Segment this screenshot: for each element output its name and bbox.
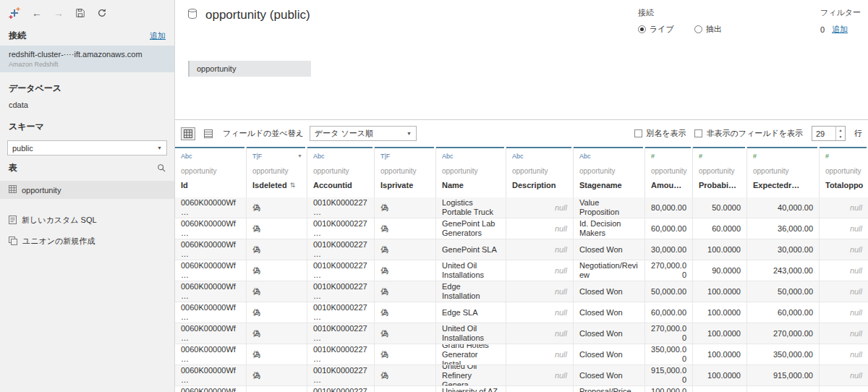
- cell-probabi[interactable]: 90.0000: [693, 260, 747, 281]
- cell-stagename[interactable]: Closed Won: [574, 344, 645, 365]
- cell-isprivate[interactable]: 偽: [375, 260, 436, 281]
- cell-amou[interactable]: 270,000.00: [645, 260, 693, 281]
- add-connection-link[interactable]: 追加: [150, 30, 166, 41]
- cell-amou[interactable]: 60,000.00: [645, 302, 693, 323]
- list-view-button[interactable]: [201, 127, 216, 140]
- column-header-probabi[interactable]: #opportunityProbabi…: [693, 147, 747, 197]
- sort-icon[interactable]: ⇅: [290, 182, 296, 189]
- cell-isprivate[interactable]: 偽: [375, 281, 436, 302]
- cell-accountid[interactable]: 0010K0000227…: [307, 302, 375, 323]
- metadata-grid-view-button[interactable]: [181, 127, 195, 140]
- live-radio[interactable]: ライブ: [638, 24, 674, 35]
- cell-id[interactable]: 0060K00000Wf…: [175, 239, 247, 260]
- cell-totaloppo[interactable]: null: [820, 218, 868, 239]
- cell-description[interactable]: null: [506, 365, 574, 385]
- cell-probabi[interactable]: 75.0000: [693, 386, 747, 392]
- new-union-button[interactable]: ユニオンの新規作成: [0, 229, 174, 250]
- cell-isdeleted[interactable]: 偽: [247, 281, 307, 302]
- cell-description[interactable]: null: [506, 260, 574, 281]
- spinner-up-icon[interactable]: ▲: [836, 127, 845, 134]
- column-header-stagename[interactable]: AbcopportunityStagename: [574, 147, 645, 197]
- cell-isprivate[interactable]: 偽: [375, 386, 436, 392]
- refresh-button[interactable]: [97, 8, 107, 18]
- search-icon[interactable]: [157, 163, 166, 174]
- cell-expectedr[interactable]: 350,000.00: [747, 344, 820, 365]
- cell-expectedr[interactable]: 50,000.00: [747, 281, 820, 302]
- cell-accountid[interactable]: 0010K0000227…: [307, 218, 375, 239]
- column-header-amou[interactable]: #opportunityAmou…: [645, 147, 693, 197]
- cell-stagename[interactable]: Closed Won: [574, 302, 645, 323]
- cell-accountid[interactable]: 0010K0000227…: [307, 386, 375, 392]
- cell-isprivate[interactable]: 偽: [375, 344, 436, 365]
- cell-probabi[interactable]: 100.0000: [693, 239, 747, 260]
- column-header-isprivate[interactable]: T|FopportunityIsprivate: [375, 147, 436, 197]
- cell-accountid[interactable]: 0010K0000227…: [307, 344, 375, 365]
- column-menu-caret-icon[interactable]: ▼: [297, 153, 302, 158]
- cell-probabi[interactable]: 100.0000: [693, 323, 747, 344]
- cell-expectedr[interactable]: 75,000.00: [747, 386, 820, 392]
- cell-isprivate[interactable]: 偽: [375, 323, 436, 344]
- cell-stagename[interactable]: Proposal/Price Quote: [574, 386, 645, 392]
- cell-expectedr[interactable]: 30,000.00: [747, 239, 820, 260]
- cell-id[interactable]: 0060K00000Wf…: [175, 344, 247, 365]
- cell-stagename[interactable]: Closed Won: [574, 239, 645, 260]
- save-button[interactable]: [75, 8, 85, 18]
- cell-expectedr[interactable]: 60,000.00: [747, 302, 820, 323]
- cell-isdeleted[interactable]: 偽: [247, 344, 307, 365]
- filter-add-link[interactable]: 追加: [832, 24, 848, 35]
- cell-probabi[interactable]: 50.0000: [693, 197, 747, 218]
- cell-isdeleted[interactable]: 偽: [247, 386, 307, 392]
- cell-isprivate[interactable]: 偽: [375, 218, 436, 239]
- cell-stagename[interactable]: Negotiation/Review: [574, 260, 645, 281]
- cell-id[interactable]: 0060K00000Wf…: [175, 218, 247, 239]
- cell-accountid[interactable]: 0010K0000227…: [307, 323, 375, 344]
- cell-totaloppo[interactable]: null: [820, 386, 868, 392]
- cell-totaloppo[interactable]: null: [820, 323, 868, 344]
- cell-totaloppo[interactable]: null: [820, 344, 868, 365]
- cell-id[interactable]: 0060K00000Wf…: [175, 365, 247, 385]
- cell-expectedr[interactable]: 270,000.00: [747, 323, 820, 344]
- cell-totaloppo[interactable]: null: [820, 260, 868, 281]
- cell-stagename[interactable]: Closed Won: [574, 365, 645, 385]
- cell-stagename[interactable]: Id. Decision Makers: [574, 218, 645, 239]
- cell-accountid[interactable]: 0010K0000227…: [307, 281, 375, 302]
- cell-probabi[interactable]: 100.0000: [693, 281, 747, 302]
- column-header-id[interactable]: AbcopportunityId: [175, 147, 247, 197]
- cell-isdeleted[interactable]: 偽: [247, 218, 307, 239]
- cell-amou[interactable]: 350,000.00: [645, 344, 693, 365]
- column-header-description[interactable]: AbcopportunityDescription: [506, 147, 574, 197]
- cell-name[interactable]: Edge SLA: [436, 302, 506, 323]
- cell-description[interactable]: null: [506, 386, 574, 392]
- cell-amou[interactable]: 80,000.00: [645, 197, 693, 218]
- cell-name[interactable]: GenePoint SLA: [436, 239, 506, 260]
- cell-id[interactable]: 0060K00000Wf…: [175, 323, 247, 344]
- cell-isdeleted[interactable]: 偽: [247, 323, 307, 344]
- row-count-stepper[interactable]: 29 ▲ ▼: [812, 126, 846, 141]
- cell-probabi[interactable]: 100.0000: [693, 365, 747, 385]
- cell-expectedr[interactable]: 915,000.00: [747, 365, 820, 385]
- show-hidden-fields-checkbox-row[interactable]: 非表示のフィールドを表示: [694, 128, 803, 139]
- cell-amou[interactable]: 30,000.00: [645, 239, 693, 260]
- new-custom-sql-button[interactable]: 新しいカスタム SQL: [0, 209, 174, 229]
- table-pill-opportunity[interactable]: opportunity: [188, 61, 311, 77]
- cell-amou[interactable]: 60,000.00: [645, 218, 693, 239]
- cell-description[interactable]: null: [506, 344, 574, 365]
- cell-description[interactable]: null: [506, 302, 574, 323]
- cell-description[interactable]: null: [506, 218, 574, 239]
- page-title[interactable]: opportunity (public): [205, 8, 310, 22]
- column-header-name[interactable]: AbcopportunityName: [436, 147, 506, 197]
- column-header-expectedr[interactable]: #opportunityExpectedr…: [747, 147, 820, 197]
- cell-id[interactable]: 0060K00000Wf…: [175, 197, 247, 218]
- cell-isprivate[interactable]: 偽: [375, 197, 436, 218]
- cell-name[interactable]: Grand Hotels Generator Instal…: [436, 344, 506, 365]
- forward-button[interactable]: →: [54, 7, 64, 19]
- cell-amou[interactable]: 915,000.00: [645, 365, 693, 385]
- cell-accountid[interactable]: 0010K0000227…: [307, 260, 375, 281]
- column-header-totaloppo[interactable]: #opportunityTotaloppo…: [820, 147, 868, 197]
- cell-stagename[interactable]: Closed Won: [574, 323, 645, 344]
- sort-order-select[interactable]: データ ソース順 ▼: [310, 126, 417, 141]
- cell-expectedr[interactable]: 243,000.00: [747, 260, 820, 281]
- cell-amou[interactable]: 100,000.00: [645, 386, 693, 392]
- cell-description[interactable]: null: [506, 281, 574, 302]
- database-value[interactable]: cdata: [0, 98, 174, 111]
